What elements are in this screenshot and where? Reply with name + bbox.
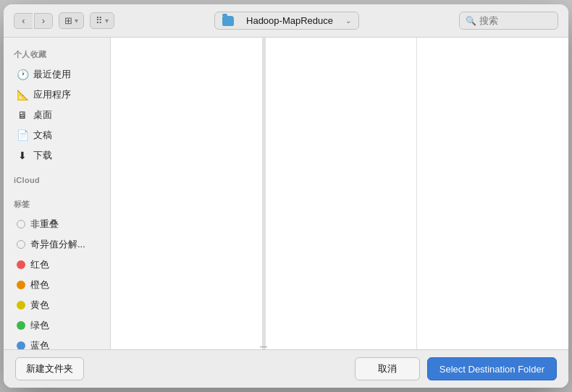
nav-buttons: ‹ ›: [14, 13, 53, 29]
location-dropdown[interactable]: Hadoop-MapReduce ⌄: [214, 12, 359, 30]
file-area: ||: [111, 38, 568, 349]
sidebar-tag-green[interactable]: 绿色: [7, 315, 107, 336]
columns-view-button[interactable]: ⊞ ▾: [59, 12, 84, 29]
sidebar-item-apps-label: 应用程序: [33, 88, 71, 101]
file-column-2: [266, 38, 418, 349]
cancel-button[interactable]: 取消: [355, 357, 420, 380]
sidebar-tag-orange[interactable]: 橙色: [7, 275, 107, 295]
sidebar-tag-red-label: 红色: [30, 258, 49, 271]
search-input[interactable]: [479, 15, 552, 26]
favorites-title: 个人收藏: [4, 46, 110, 64]
sidebar-tag-red[interactable]: 红色: [7, 255, 107, 275]
favorites-section: 个人收藏 🕐 最近使用 📐 应用程序 🖥 桌面 📄 文稿: [4, 46, 110, 166]
tags-section: 标签 非重叠 奇异值分解... 红色 橙色: [4, 196, 110, 349]
sidebar-tag-yellow[interactable]: 黄色: [7, 295, 107, 315]
location-label: Hadoop-MapReduce: [238, 15, 341, 26]
sidebar-tag-nooverlap[interactable]: 非重叠: [7, 214, 107, 234]
sidebar-tag-orange-label: 橙色: [30, 278, 49, 291]
back-button[interactable]: ‹: [14, 13, 33, 29]
downloads-icon: ⬇: [17, 150, 28, 161]
forward-button[interactable]: ›: [34, 13, 53, 29]
icloud-section: iCloud: [4, 173, 110, 189]
location-bar: Hadoop-MapReduce ⌄: [120, 12, 453, 30]
tag-ring-nooverlap: [17, 220, 25, 229]
select-destination-button[interactable]: Select Destination Folder: [427, 357, 557, 380]
sidebar-tag-blue[interactable]: 蓝色: [7, 336, 107, 349]
toolbar: ‹ › ⊞ ▾ ⠿ ▾ Hadoop-MapReduce ⌄ 🔍: [4, 4, 568, 38]
file-column-3: [417, 38, 568, 349]
bottom-right-buttons: 取消 Select Destination Folder: [355, 357, 557, 380]
search-box[interactable]: 🔍: [459, 12, 558, 30]
sidebar-item-apps[interactable]: 📐 应用程序: [7, 85, 107, 105]
sidebar: 个人收藏 🕐 最近使用 📐 应用程序 🖥 桌面 📄 文稿: [4, 38, 111, 349]
file-column-1: [111, 38, 263, 349]
bottom-bar: 新建文件夹 取消 Select Destination Folder: [4, 349, 568, 388]
apps-icon: 📐: [17, 89, 28, 101]
desktop-icon: 🖥: [17, 109, 28, 121]
sidebar-item-recent[interactable]: 🕐 最近使用: [7, 64, 107, 85]
location-dropdown-chevron: ⌄: [345, 17, 351, 25]
sidebar-item-docs-label: 文稿: [33, 129, 52, 142]
forward-icon: ›: [42, 15, 45, 26]
tag-dot-red: [17, 260, 25, 269]
sidebar-item-desktop-label: 桌面: [33, 108, 52, 122]
sidebar-tag-yellow-label: 黄色: [30, 299, 49, 312]
folder-icon: [222, 16, 234, 26]
sidebar-tag-green-label: 绿色: [30, 319, 49, 332]
tag-dot-yellow: [17, 301, 25, 310]
grid-view-icon: ⠿: [96, 15, 103, 26]
file-picker-dialog: ‹ › ⊞ ▾ ⠿ ▾ Hadoop-MapReduce ⌄ 🔍: [4, 4, 568, 388]
sidebar-tag-svd[interactable]: 奇异值分解...: [7, 234, 107, 255]
sidebar-tag-nooverlap-label: 非重叠: [30, 218, 59, 231]
search-icon: 🔍: [466, 16, 476, 26]
sidebar-item-desktop[interactable]: 🖥 桌面: [7, 105, 107, 125]
back-icon: ‹: [22, 15, 25, 26]
docs-icon: 📄: [17, 129, 28, 141]
sidebar-item-recent-label: 最近使用: [33, 68, 71, 81]
icloud-title: iCloud: [4, 173, 110, 189]
columns-view-chevron: ▾: [75, 17, 78, 25]
columns-view-icon: ⊞: [64, 15, 72, 26]
sidebar-item-downloads[interactable]: ⬇ 下载: [7, 145, 107, 166]
recent-icon: 🕐: [17, 69, 28, 80]
tag-dot-blue: [17, 341, 25, 349]
sidebar-tag-blue-label: 蓝色: [30, 339, 49, 349]
sidebar-item-docs[interactable]: 📄 文稿: [7, 125, 107, 145]
sidebar-item-downloads-label: 下载: [33, 149, 52, 162]
tag-dot-green: [17, 321, 25, 330]
sidebar-tag-svd-label: 奇异值分解...: [30, 238, 85, 251]
new-folder-button[interactable]: 新建文件夹: [15, 357, 84, 380]
main-content: 个人收藏 🕐 最近使用 📐 应用程序 🖥 桌面 📄 文稿: [4, 38, 568, 349]
tag-ring-svd: [17, 240, 25, 249]
tags-title: 标签: [4, 196, 110, 214]
tag-dot-orange: [17, 281, 25, 289]
grid-view-chevron: ▾: [105, 17, 109, 25]
grid-view-button[interactable]: ⠿ ▾: [90, 12, 114, 29]
